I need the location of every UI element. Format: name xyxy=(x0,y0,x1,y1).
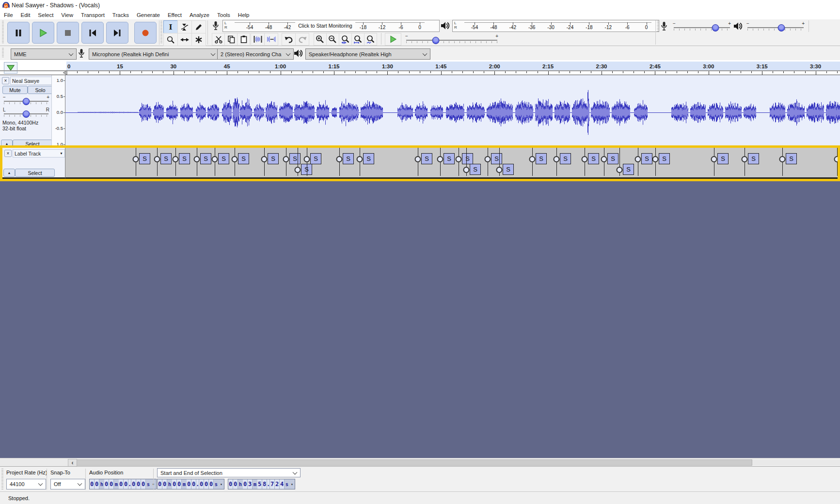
label-text-box[interactable]: S xyxy=(717,153,729,164)
time-digit[interactable]: 0 xyxy=(233,479,238,489)
label-text-box[interactable]: S xyxy=(218,153,229,164)
time-field-dropdown-icon[interactable]: ▾ xyxy=(219,479,224,489)
label-text-box[interactable]: S xyxy=(641,153,652,164)
time-digit[interactable]: 5 xyxy=(257,479,262,489)
snap-to-select[interactable]: Off xyxy=(50,479,85,489)
time-digit[interactable]: h xyxy=(167,479,172,489)
multi-tool-button[interactable] xyxy=(191,33,206,46)
menu-item-select[interactable]: Select xyxy=(34,11,57,19)
menu-item-effect[interactable]: Effect xyxy=(164,11,186,19)
zoom-in-button[interactable] xyxy=(314,33,327,46)
collapse-track-button[interactable]: ▲ xyxy=(1,140,13,145)
label-handle[interactable] xyxy=(336,156,343,162)
collapse-track-button[interactable]: ▲ xyxy=(3,169,15,177)
time-digit[interactable]: 0 xyxy=(199,479,204,489)
label-handle[interactable] xyxy=(601,156,607,162)
label-handle[interactable] xyxy=(357,156,363,162)
label-text-box[interactable]: S xyxy=(200,153,211,164)
play-speed-thumb[interactable] xyxy=(432,37,440,44)
playback-volume-slider[interactable]: − + xyxy=(746,21,805,32)
input-device-select[interactable]: Microphone (Realtek High Defini xyxy=(89,48,219,60)
mixer-toolbar-grip[interactable] xyxy=(657,21,659,32)
vertical-ruler[interactable]: 1.00.50.0-0.51.0 xyxy=(51,75,65,145)
label-text-box[interactable]: S xyxy=(491,153,502,164)
label-handle[interactable] xyxy=(779,156,786,162)
label-text-box[interactable]: S xyxy=(289,153,301,164)
time-digit[interactable]: h xyxy=(238,479,243,489)
output-device-select[interactable]: Speaker/Headphone (Realtek High xyxy=(305,48,430,60)
time-digit[interactable]: m xyxy=(182,479,187,489)
menu-item-view[interactable]: View xyxy=(57,11,77,19)
time-digit[interactable]: 3 xyxy=(248,479,253,489)
label-handle[interactable] xyxy=(456,156,462,162)
time-shift-tool-button[interactable] xyxy=(177,33,192,46)
label-handle[interactable] xyxy=(652,156,659,162)
time-digit[interactable]: 0 xyxy=(141,479,146,489)
record-volume-thumb[interactable] xyxy=(712,24,719,32)
record-meter-mic-icon[interactable] xyxy=(210,20,222,31)
pause-button[interactable] xyxy=(7,22,30,44)
time-digit[interactable]: 0 xyxy=(172,479,177,489)
time-digit[interactable]: 0 xyxy=(90,479,95,489)
selection-start-field[interactable]: 00h00m00.000s▾ xyxy=(157,479,224,489)
playback-volume-thumb[interactable] xyxy=(778,24,785,32)
play-at-speed-button[interactable] xyxy=(385,33,401,46)
time-digit[interactable]: 0 xyxy=(228,479,233,489)
track-title-menu[interactable]: Label Track ▼ xyxy=(13,149,65,158)
scrollbar-thumb[interactable] xyxy=(77,459,752,466)
selection-tool-button[interactable]: I xyxy=(163,20,178,33)
device-toolbar-grip[interactable] xyxy=(2,48,4,58)
menu-item-generate[interactable]: Generate xyxy=(133,11,164,19)
time-digit[interactable]: m xyxy=(253,479,257,489)
playback-meter-speaker-icon[interactable] xyxy=(440,20,451,31)
time-digit[interactable]: s xyxy=(285,479,289,489)
record-button[interactable] xyxy=(134,22,157,44)
skip-to-start-button[interactable] xyxy=(81,22,104,44)
label-handle[interactable] xyxy=(617,167,623,173)
mute-button[interactable]: Mute xyxy=(2,86,28,94)
tools-toolbar-grip[interactable] xyxy=(160,21,162,44)
time-digit[interactable]: 0 xyxy=(158,479,162,489)
menu-item-tools[interactable]: Tools xyxy=(213,11,234,19)
audio-position-field[interactable]: 00h00m00.000s▾ xyxy=(89,479,157,489)
label-handle[interactable] xyxy=(154,156,160,162)
label-handle[interactable] xyxy=(304,156,310,162)
label-text-box[interactable]: S xyxy=(160,153,172,164)
zoom-out-button[interactable] xyxy=(326,33,339,46)
label-handle[interactable] xyxy=(485,156,491,162)
gain-slider[interactable]: − + xyxy=(3,94,49,105)
label-text-box[interactable]: S xyxy=(462,153,473,164)
label-text-box[interactable]: S xyxy=(363,153,374,164)
menu-item-tracks[interactable]: Tracks xyxy=(109,11,133,19)
play-speed-slider[interactable]: − + xyxy=(405,33,498,44)
time-digit[interactable]: m xyxy=(114,479,119,489)
time-digit[interactable]: 0 xyxy=(162,479,167,489)
label-handle[interactable] xyxy=(529,156,536,162)
label-text-box[interactable]: S xyxy=(588,153,599,164)
zoom-toggle-button[interactable] xyxy=(364,33,377,46)
skip-to-end-button[interactable] xyxy=(106,22,128,44)
timeline-options-button[interactable] xyxy=(4,62,17,74)
time-digit[interactable]: 0 xyxy=(209,479,214,489)
time-digit[interactable]: 2 xyxy=(275,479,280,489)
label-handle[interactable] xyxy=(437,156,444,162)
label-handle[interactable] xyxy=(582,156,588,162)
label-text-box[interactable]: S xyxy=(659,153,670,164)
play-button[interactable] xyxy=(32,22,54,44)
label-handle[interactable] xyxy=(261,156,268,162)
selection-mode-select[interactable]: Start and End of Selection xyxy=(157,468,301,477)
label-text-box[interactable]: S xyxy=(238,153,249,164)
label-track-content[interactable]: SSSSSSSSSSSSSSSSSSSSSSSSSSSSS xyxy=(65,148,838,179)
input-channels-select[interactable]: 2 (Stereo) Recording Cha xyxy=(217,48,294,60)
label-handle[interactable] xyxy=(133,156,139,162)
time-digit[interactable]: 0 xyxy=(95,479,99,489)
recording-meter[interactable]: LR-54-48-42-36-30-24-18-12-60Click to St… xyxy=(222,20,440,32)
label-text-box[interactable]: S xyxy=(748,153,759,164)
close-track-button[interactable]: × xyxy=(4,150,12,157)
label-text-box[interactable]: S xyxy=(444,153,455,164)
label-handle[interactable] xyxy=(742,156,748,162)
fit-selection-button[interactable] xyxy=(339,33,352,46)
menu-item-edit[interactable]: Edit xyxy=(17,11,34,19)
time-digit[interactable]: 0 xyxy=(109,479,114,489)
label-text-box[interactable]: S xyxy=(607,153,618,164)
